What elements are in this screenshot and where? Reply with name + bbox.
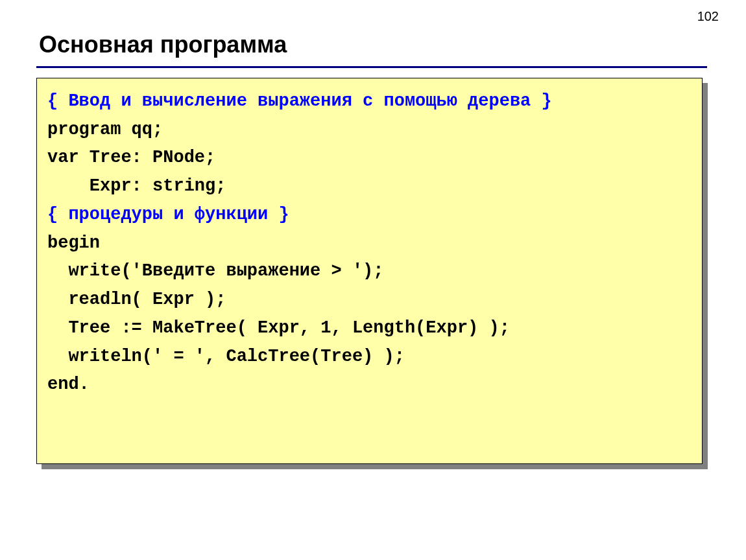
code-comment-1: { Ввод и вычисление выражения с помощью …	[47, 91, 552, 111]
title-divider	[36, 66, 707, 68]
code-line: begin	[47, 233, 100, 253]
code-line: Expr: string;	[47, 176, 226, 196]
code-line: var Tree: PNode;	[47, 148, 215, 167]
code-line: readln( Expr );	[47, 290, 226, 309]
slide-title: Основная программа	[39, 31, 287, 58]
code-line: program qq;	[47, 120, 163, 139]
code-line: Tree := MakeTree( Expr, 1, Length(Expr) …	[47, 318, 510, 338]
code-line: writeln(' = ', CalcTree(Tree) );	[47, 347, 405, 366]
code-comment-2: { процедуры и функции }	[47, 205, 289, 224]
code-line: end.	[47, 375, 90, 394]
code-line: write('Введите выражение > ');	[47, 261, 383, 281]
code-box: { Ввод и вычисление выражения с помощью …	[36, 78, 703, 464]
slide: 102 Основная программа { Ввод и вычислен…	[0, 0, 746, 560]
page-number: 102	[697, 9, 719, 24]
